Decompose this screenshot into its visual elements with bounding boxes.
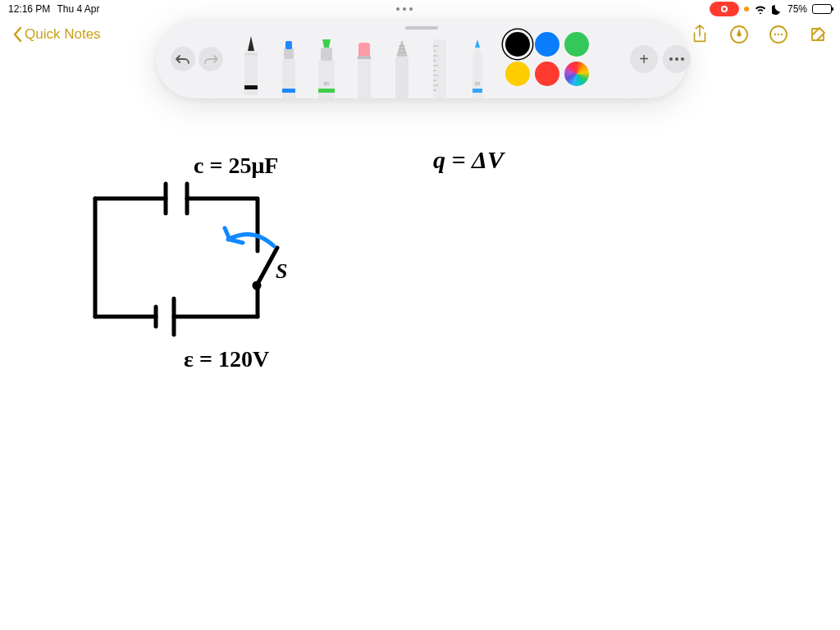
share-button[interactable] <box>689 24 710 45</box>
svg-point-3 <box>778 34 779 35</box>
svg-rect-9 <box>321 48 332 61</box>
charge-equation: q = ΔV <box>433 146 504 174</box>
svg-point-30 <box>254 283 259 288</box>
back-label: Quick Notes <box>25 26 101 43</box>
color-green[interactable] <box>564 32 589 57</box>
svg-text:80: 80 <box>324 81 330 86</box>
emf-label: ε = 120V <box>184 346 269 372</box>
ellipsis-icon <box>669 57 684 61</box>
compose-button[interactable] <box>807 24 829 45</box>
switch-label: S <box>276 259 287 284</box>
color-yellow[interactable] <box>505 62 530 86</box>
drawing-toolbar[interactable]: 80 50 + <box>156 20 687 98</box>
color-blue[interactable] <box>535 32 559 57</box>
svg-rect-7 <box>285 41 292 49</box>
svg-point-29 <box>681 57 684 61</box>
svg-point-27 <box>669 57 673 61</box>
color-red[interactable] <box>535 62 559 86</box>
battery-icon <box>812 4 832 14</box>
multitask-dots[interactable] <box>99 7 710 11</box>
marker-tool[interactable] <box>271 26 307 98</box>
svg-rect-5 <box>244 85 258 89</box>
svg-rect-12 <box>358 43 370 57</box>
wifi-icon <box>754 4 767 14</box>
svg-rect-25 <box>472 89 482 93</box>
svg-point-4 <box>781 34 783 35</box>
lasso-tool[interactable] <box>384 26 420 98</box>
pen-tool[interactable] <box>233 23 269 95</box>
redo-icon <box>203 53 218 65</box>
more-button[interactable] <box>768 24 789 45</box>
svg-point-28 <box>675 57 678 61</box>
undo-button[interactable] <box>171 47 195 71</box>
redo-button[interactable] <box>199 47 223 71</box>
note-canvas[interactable]: c = 25μF q = ΔV S ε = 120V <box>0 107 840 630</box>
share-icon <box>691 25 709 44</box>
svg-point-2 <box>774 34 776 35</box>
back-button[interactable]: Quick Notes <box>11 26 101 43</box>
plus-icon: + <box>639 50 649 69</box>
color-palette <box>505 32 619 86</box>
markup-button[interactable] <box>728 24 750 45</box>
screen-recording-indicator[interactable] <box>710 2 739 16</box>
color-picker[interactable] <box>564 62 589 86</box>
svg-rect-13 <box>358 56 371 59</box>
ruler-tool[interactable] <box>422 26 458 98</box>
chevron-left-icon <box>11 26 23 43</box>
ellipsis-circle-icon <box>769 25 788 44</box>
compose-icon <box>808 25 828 44</box>
tool-palette: 80 50 <box>233 20 495 98</box>
svg-rect-6 <box>284 48 294 59</box>
add-tool-button[interactable]: + <box>630 45 658 73</box>
dnd-moon-icon <box>772 4 783 15</box>
undo-icon <box>176 53 190 65</box>
capacitance-label: c = 25μF <box>194 153 278 179</box>
color-black[interactable] <box>505 32 530 57</box>
svg-rect-10 <box>318 89 335 93</box>
toolbar-more-button[interactable] <box>663 45 691 73</box>
svg-rect-8 <box>282 89 295 93</box>
status-date: Thu 4 Apr <box>57 3 99 15</box>
battery-percent: 75% <box>788 3 807 15</box>
svg-text:50: 50 <box>475 81 481 86</box>
pen-tip-icon <box>729 25 749 44</box>
svg-rect-14 <box>433 39 446 98</box>
eraser-tool[interactable] <box>346 26 382 98</box>
highlighter-tool[interactable]: 80 <box>308 26 345 98</box>
status-time: 12:16 PM <box>8 3 50 15</box>
pencil-tool[interactable]: 50 <box>459 26 495 98</box>
mic-indicator-dot <box>744 7 749 11</box>
status-bar: 12:16 PM Thu 4 Apr 75% <box>0 0 840 18</box>
